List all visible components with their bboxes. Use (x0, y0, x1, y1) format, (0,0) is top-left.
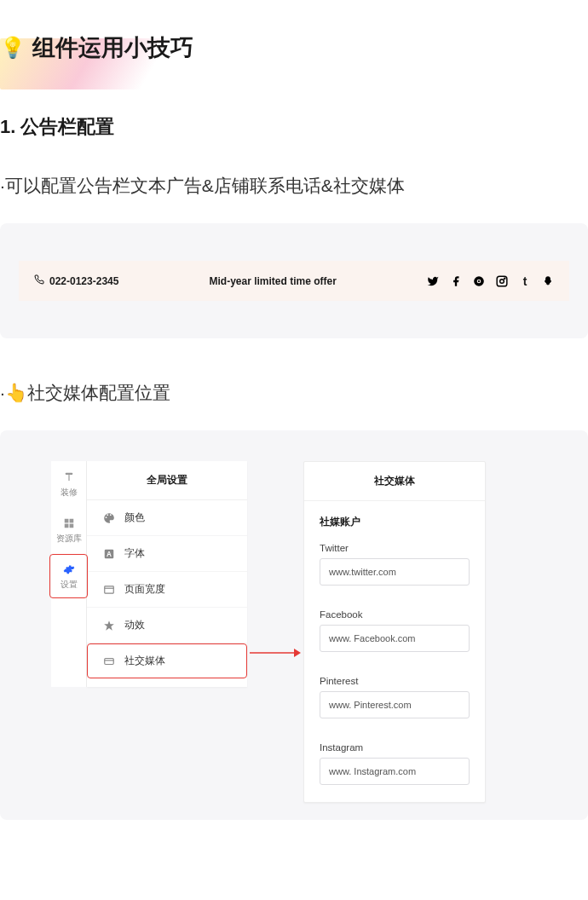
social-config-card: 装修 资源库 设置 全局设置 颜色 (0, 430, 588, 820)
svg-text:A: A (107, 550, 112, 557)
svg-rect-6 (65, 473, 72, 475)
rail-item-resources[interactable]: 资源库 (51, 507, 86, 553)
settings-label-social: 社交媒体 (124, 654, 165, 668)
svg-rect-11 (69, 524, 73, 528)
arrow-indicator (247, 461, 303, 659)
svg-rect-14 (105, 586, 114, 592)
announcement-center-text: Mid-year limited time offer (118, 275, 427, 287)
announcement-social-icons: t (427, 275, 554, 287)
label-twitter: Twitter (320, 543, 470, 553)
card-icon (102, 655, 116, 668)
social-panel-subtitle: 社媒账户 (304, 501, 485, 538)
rail-item-settings[interactable]: 设置 (51, 553, 86, 599)
settings-item-effects[interactable]: 动效 (87, 608, 247, 643)
bullet-social-location: ·👆社交媒体配置位置 (0, 381, 588, 405)
svg-point-4 (500, 279, 504, 283)
twitter-icon (427, 275, 439, 287)
svg-rect-16 (105, 658, 114, 664)
gear-icon (63, 563, 75, 575)
settings-label-font: 字体 (124, 546, 145, 561)
instagram-icon (496, 275, 508, 287)
svg-rect-10 (64, 524, 68, 528)
settings-label-pagewidth: 页面宽度 (124, 582, 165, 597)
palette-icon (102, 511, 116, 525)
settings-item-social[interactable]: 社交媒体 (87, 643, 247, 678)
settings-item-pagewidth[interactable]: 页面宽度 (87, 572, 247, 608)
font-icon: A (102, 547, 116, 561)
settings-panel-title: 全局设置 (87, 461, 247, 500)
announcement-phone-text: 022-0123-2345 (49, 275, 118, 287)
global-settings-panel: 全局设置 颜色 A 字体 页面宽度 动效 (87, 461, 247, 687)
page-title: 💡 组件运用小技巧 (0, 17, 193, 63)
brush-icon (63, 471, 75, 483)
page-title-text: 组件运用小技巧 (32, 32, 193, 63)
input-pinterest[interactable] (320, 691, 470, 718)
left-rail: 装修 资源库 设置 (51, 461, 87, 687)
input-instagram[interactable] (320, 758, 470, 785)
star-icon (102, 619, 116, 632)
rail-label-resources: 资源库 (56, 533, 82, 545)
layout-icon (102, 583, 116, 597)
label-instagram: Instagram (320, 742, 470, 753)
svg-rect-9 (69, 519, 73, 523)
announcement-bar: 022-0123-2345 Mid-year limited time offe… (19, 261, 569, 301)
settings-screenshot: 装修 资源库 设置 全局设置 颜色 (51, 461, 247, 687)
rail-label-settings: 设置 (61, 579, 78, 591)
label-pinterest: Pinterest (320, 676, 470, 686)
label-facebook: Facebook (320, 609, 470, 620)
snapchat-icon (542, 275, 554, 287)
svg-marker-19 (294, 649, 301, 657)
phone-icon (34, 274, 44, 287)
settings-label-effects: 动效 (124, 618, 145, 632)
announcement-preview-card: 022-0123-2345 Mid-year limited time offe… (0, 223, 588, 338)
section-heading-1: 1. 公告栏配置 (0, 114, 588, 140)
input-facebook[interactable] (320, 625, 470, 652)
lightbulb-icon: 💡 (0, 36, 26, 60)
facebook-icon (450, 275, 462, 287)
rail-item-decorate[interactable]: 装修 (51, 461, 86, 507)
rail-label-decorate: 装修 (61, 487, 78, 499)
settings-item-font[interactable]: A 字体 (87, 536, 247, 572)
svg-rect-8 (64, 519, 68, 523)
svg-point-2 (478, 280, 480, 281)
input-twitter[interactable] (320, 558, 470, 586)
grid-icon (63, 517, 75, 529)
social-media-panel: 社交媒体 社媒账户 Twitter Facebook Pinterest Ins… (303, 461, 486, 803)
pinterest-icon (473, 275, 485, 287)
svg-point-5 (504, 278, 505, 279)
tumblr-icon: t (519, 275, 531, 287)
social-panel-title: 社交媒体 (304, 462, 485, 501)
announcement-phone: 022-0123-2345 (34, 274, 118, 287)
bullet-config-desc: ·可以配置公告栏文本广告&店铺联系电话&社交媒体 (0, 174, 588, 198)
settings-item-color[interactable]: 颜色 (87, 500, 247, 536)
settings-label-color: 颜色 (124, 511, 145, 525)
svg-rect-7 (68, 475, 69, 481)
